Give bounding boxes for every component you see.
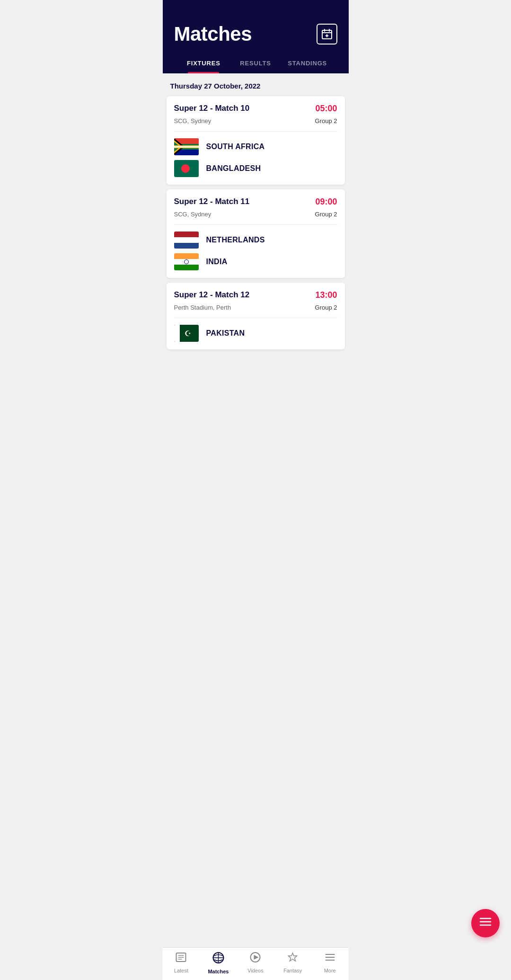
match-title-12: Super 12 - Match 12 [174,290,250,300]
match-venue-12: Perth Stadium, Perth [174,304,231,311]
match-card-10[interactable]: Super 12 - Match 10 05:00 SCG, Sydney Gr… [167,96,345,185]
nav-item-matches[interactable]: Matches [200,952,237,974]
svg-marker-26 [254,955,259,960]
nav-label-matches: Matches [208,969,229,974]
page-title: Matches [174,23,252,45]
bd-circle [181,164,190,173]
nl-stripe-white [174,237,199,243]
team-name-pk: PAKISTAN [206,329,245,338]
team-row-sa: SOUTH AFRICA [174,138,337,155]
flag-pakistan: ☪ [174,325,199,342]
teams-section-12: ☪ PAKISTAN [167,318,345,349]
svg-rect-14 [174,146,199,148]
tab-results[interactable]: RESULTS [229,53,282,73]
videos-icon [250,952,261,966]
nav-item-latest[interactable]: Latest [163,952,200,974]
match-time-12: 13:00 [315,290,337,300]
nl-stripe-blue [174,243,199,249]
nav-label-latest: Latest [174,968,188,973]
teams-section-10: SOUTH AFRICA BANGLADESH [167,132,345,185]
tab-fixtures[interactable]: FIXTURES [178,53,230,73]
teams-section-11: NETHERLANDS INDIA [167,225,345,278]
matches-icon [212,952,224,967]
nav-item-videos[interactable]: Videos [237,952,274,974]
tab-standings[interactable]: STANDINGS [282,53,334,73]
match-title-10: Super 12 - Match 10 [174,104,250,113]
nl-stripe-red [174,232,199,237]
pk-crescent-icon: ☪ [185,329,191,338]
match-time-10: 05:00 [315,104,337,114]
nav-label-fantasy: Fantasy [283,968,302,973]
match-group-11: Group 2 [315,211,337,218]
match-title-11: Super 12 - Match 11 [174,197,250,206]
match-group-10: Group 2 [315,117,337,125]
more-icon [324,952,335,966]
team-name-sa: SOUTH AFRICA [206,143,265,151]
team-name-in: INDIA [206,258,228,266]
team-row-pk: ☪ PAKISTAN [174,325,337,342]
match-card-12[interactable]: Super 12 - Match 12 13:00 Perth Stadium,… [167,283,345,349]
flag-south-africa [174,138,199,155]
date-section: Thursday 27 October, 2022 [163,73,349,96]
calendar-icon[interactable] [317,24,337,45]
team-row-nl: NETHERLANDS [174,232,337,249]
team-name-bd: BANGLADESH [206,164,261,173]
bottom-nav: Latest Matches Videos Fant [163,947,349,980]
match-group-12: Group 2 [315,304,337,311]
in-stripe-orange [174,253,199,259]
match-time-11: 09:00 [315,197,337,207]
match-card-11[interactable]: Super 12 - Match 11 09:00 SCG, Sydney Gr… [167,189,345,278]
nav-item-more[interactable]: More [311,952,349,974]
team-row-in: INDIA [174,253,337,270]
team-name-nl: NETHERLANDS [206,236,265,244]
pk-white-stripe [174,325,180,342]
team-row-bd: BANGLADESH [174,160,337,177]
header: Matches FIXTURES RESULTS STANDINGS [163,0,349,73]
date-label: Thursday 27 October, 2022 [170,82,261,90]
tabs-bar: FIXTURES RESULTS STANDINGS [174,53,337,73]
nav-label-videos: Videos [247,968,263,973]
in-stripe-white [174,259,199,265]
latest-icon [176,952,187,966]
ashoka-chakra [184,259,189,264]
match-venue-11: SCG, Sydney [174,211,211,218]
flag-bangladesh [174,160,199,177]
nav-item-fantasy[interactable]: Fantasy [274,952,311,974]
in-stripe-green [174,265,199,270]
flag-netherlands [174,232,199,249]
nav-label-more: More [324,968,336,973]
match-venue-10: SCG, Sydney [174,117,211,125]
flag-india [174,253,199,270]
fantasy-icon [287,952,299,966]
